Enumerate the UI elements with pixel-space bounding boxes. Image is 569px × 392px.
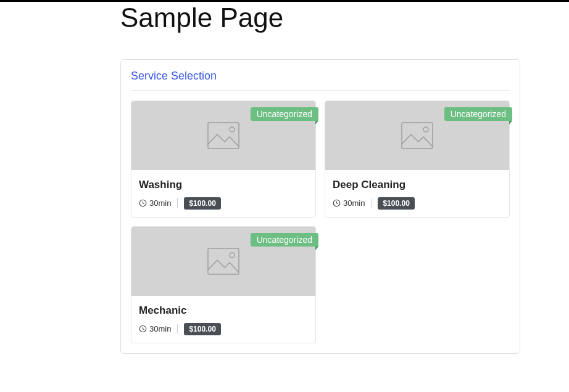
service-meta: 30min $100.00 bbox=[139, 323, 308, 335]
category-badge: Uncategorized bbox=[251, 107, 318, 121]
section-title: Service Selection bbox=[131, 70, 510, 91]
service-image-placeholder: Uncategorized bbox=[325, 101, 509, 170]
service-duration: 30min bbox=[333, 198, 372, 208]
clock-icon bbox=[139, 199, 147, 207]
service-card-body: Washing 30min $100.00 bbox=[131, 170, 315, 217]
service-price: $100.00 bbox=[184, 197, 220, 210]
duration-text: 30min bbox=[149, 324, 171, 333]
service-card-body: Deep Cleaning 30min $100.00 bbox=[325, 170, 509, 217]
service-selection-panel: Service Selection Uncategorized Washing bbox=[120, 59, 520, 354]
clock-icon bbox=[333, 199, 341, 207]
category-badge: Uncategorized bbox=[444, 107, 512, 121]
service-card[interactable]: Uncategorized Washing 30min $100.00 bbox=[131, 100, 316, 218]
service-price: $100.00 bbox=[378, 197, 414, 210]
service-name: Deep Cleaning bbox=[333, 179, 502, 191]
service-image-placeholder: Uncategorized bbox=[131, 101, 315, 170]
service-card[interactable]: Uncategorized Deep Cleaning 30min $100.0… bbox=[325, 100, 510, 218]
category-badge: Uncategorized bbox=[251, 233, 318, 247]
service-card-body: Mechanic 30min $100.00 bbox=[131, 296, 315, 343]
svg-rect-3 bbox=[402, 123, 433, 149]
image-placeholder-icon bbox=[401, 122, 433, 149]
clock-icon bbox=[139, 325, 147, 333]
service-card[interactable]: Uncategorized Mechanic 30min $100.00 bbox=[131, 226, 316, 343]
service-duration: 30min bbox=[139, 324, 178, 333]
svg-point-7 bbox=[230, 253, 235, 258]
service-name: Mechanic bbox=[139, 304, 308, 317]
service-meta: 30min $100.00 bbox=[139, 197, 308, 210]
service-cards-grid: Uncategorized Washing 30min $100.00 bbox=[131, 100, 510, 343]
svg-rect-0 bbox=[208, 123, 239, 149]
service-meta: 30min $100.00 bbox=[333, 197, 502, 210]
duration-text: 30min bbox=[149, 198, 171, 208]
service-name: Washing bbox=[139, 179, 308, 191]
service-price: $100.00 bbox=[184, 323, 220, 335]
image-placeholder-icon bbox=[207, 248, 239, 275]
service-image-placeholder: Uncategorized bbox=[131, 227, 315, 296]
service-duration: 30min bbox=[139, 198, 178, 208]
duration-text: 30min bbox=[343, 198, 365, 208]
page-title: Sample Page bbox=[120, 2, 569, 35]
image-placeholder-icon bbox=[207, 122, 239, 149]
svg-point-1 bbox=[230, 127, 235, 132]
svg-point-4 bbox=[423, 127, 428, 132]
svg-rect-6 bbox=[208, 248, 239, 274]
